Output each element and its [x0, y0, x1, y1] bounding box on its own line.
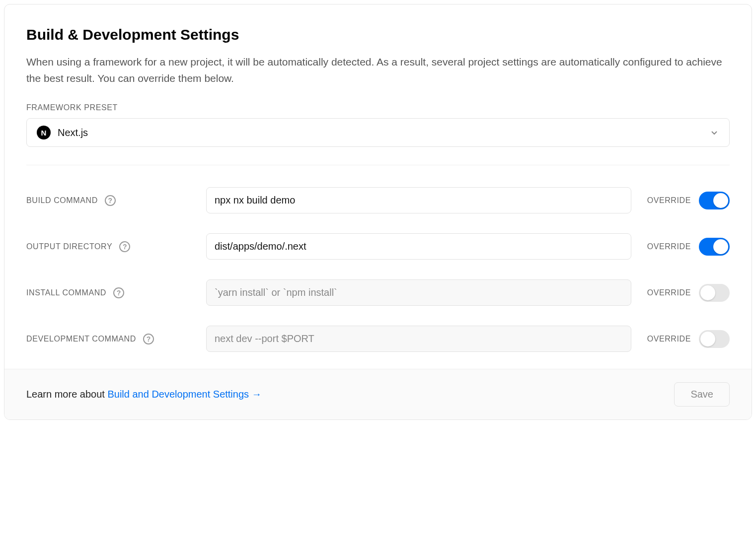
- development-command-label-group: DEVELOPMENT COMMAND ?: [26, 334, 190, 344]
- output-directory-label-group: OUTPUT DIRECTORY ?: [26, 241, 190, 252]
- override-label: OVERRIDE: [647, 242, 691, 251]
- output-directory-override-group: OVERRIDE: [647, 238, 730, 256]
- learn-more-link[interactable]: Build and Development Settings →: [107, 389, 261, 400]
- framework-select-value: Next.js: [58, 127, 88, 138]
- override-label: OVERRIDE: [647, 335, 691, 343]
- install-command-label-group: INSTALL COMMAND ?: [26, 287, 190, 298]
- override-label: OVERRIDE: [647, 288, 691, 297]
- output-directory-label: OUTPUT DIRECTORY: [26, 242, 112, 251]
- nextjs-icon: N: [37, 126, 51, 139]
- development-command-row: DEVELOPMENT COMMAND ? OVERRIDE: [26, 306, 730, 352]
- framework-select[interactable]: N Next.js: [26, 118, 730, 147]
- footer-text: Learn more about Build and Development S…: [26, 389, 262, 400]
- override-label: OVERRIDE: [647, 196, 691, 205]
- development-command-toggle[interactable]: [699, 330, 730, 348]
- development-command-input: [206, 326, 631, 352]
- install-command-override-group: OVERRIDE: [647, 284, 730, 302]
- output-directory-row: OUTPUT DIRECTORY ? OVERRIDE: [26, 213, 730, 260]
- install-command-input: [206, 279, 631, 306]
- build-command-row: BUILD COMMAND ? OVERRIDE: [26, 167, 730, 213]
- output-directory-toggle[interactable]: [699, 238, 730, 256]
- install-command-row: INSTALL COMMAND ? OVERRIDE: [26, 260, 730, 306]
- description-text: When using a framework for a new project…: [26, 54, 730, 86]
- card-body: Build & Development Settings When using …: [4, 4, 752, 369]
- output-directory-input[interactable]: [206, 233, 631, 260]
- install-command-label: INSTALL COMMAND: [26, 288, 106, 297]
- development-command-label: DEVELOPMENT COMMAND: [26, 335, 136, 343]
- page-title: Build & Development Settings: [26, 26, 730, 43]
- install-command-toggle[interactable]: [699, 284, 730, 302]
- card-footer: Learn more about Build and Development S…: [4, 369, 752, 419]
- learn-more-prefix: Learn more about: [26, 389, 107, 400]
- help-icon[interactable]: ?: [105, 195, 116, 206]
- divider: [26, 165, 730, 165]
- arrow-right-icon: →: [252, 389, 262, 400]
- chevron-down-icon: [709, 128, 719, 137]
- settings-card: Build & Development Settings When using …: [4, 4, 752, 420]
- nextjs-icon-letter: N: [41, 129, 47, 137]
- learn-more-link-text: Build and Development Settings: [107, 389, 251, 400]
- framework-preset-label: FRAMEWORK PRESET: [26, 103, 730, 112]
- build-command-input[interactable]: [206, 187, 631, 213]
- build-command-toggle[interactable]: [699, 192, 730, 209]
- build-command-label-group: BUILD COMMAND ?: [26, 195, 190, 206]
- help-icon[interactable]: ?: [119, 241, 130, 252]
- development-command-override-group: OVERRIDE: [647, 330, 730, 348]
- build-command-label: BUILD COMMAND: [26, 196, 98, 205]
- save-button[interactable]: Save: [674, 382, 730, 407]
- help-icon[interactable]: ?: [113, 287, 124, 298]
- help-icon[interactable]: ?: [143, 334, 154, 344]
- build-command-override-group: OVERRIDE: [647, 192, 730, 209]
- framework-select-left: N Next.js: [37, 126, 88, 139]
